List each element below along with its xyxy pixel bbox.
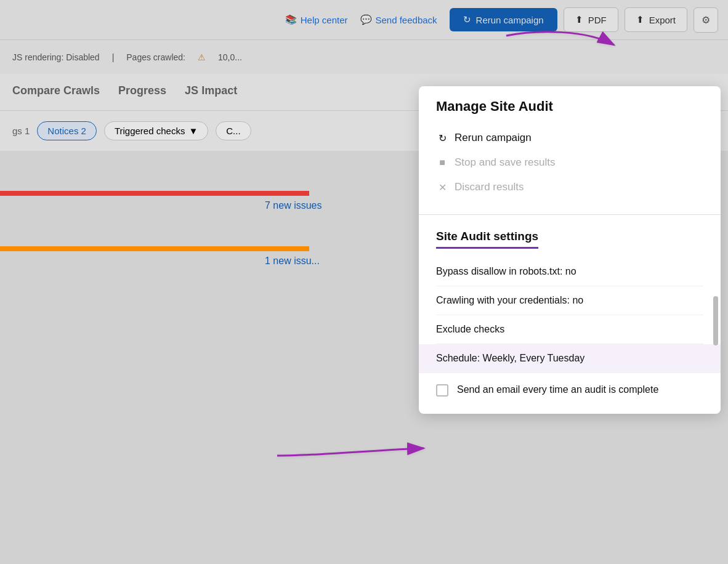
discard-results-menu-item: ✕ Discard results [436, 175, 703, 199]
rerun-menu-icon: ↻ [436, 132, 448, 144]
discard-icon: ✕ [436, 182, 448, 193]
other-filter-dropdown[interactable]: C... [216, 121, 251, 140]
dropdown-settings-section: Site Audit settings Bypass disallow in r… [419, 217, 721, 414]
new-issues-link-2[interactable]: 1 new issu... [265, 256, 320, 267]
send-feedback-link[interactable]: 💬 Send feedback [360, 14, 437, 25]
tab-progress[interactable]: Progress [118, 84, 166, 100]
crawling-credentials-item[interactable]: Crawling with your credentials: no [436, 286, 703, 315]
dropdown-actions-section: Manage Site Audit ↻ Rerun campaign ■ Sto… [419, 86, 721, 212]
rerun-icon: ↻ [463, 14, 471, 25]
bypass-disallow-item[interactable]: Bypass disallow in robots.txt: no [436, 257, 703, 286]
help-center-label: Help center [301, 15, 348, 25]
rerun-campaign-menu-item[interactable]: ↻ Rerun campaign [436, 126, 703, 150]
manage-site-audit-dropdown: Manage Site Audit ↻ Rerun campaign ■ Sto… [419, 86, 721, 414]
export-upload-icon: ⬆ [636, 14, 644, 25]
new-issues-link-1[interactable]: 7 new issues [265, 200, 322, 211]
stop-icon: ■ [436, 157, 448, 168]
orange-progress-bar [0, 246, 309, 251]
dropdown-divider [419, 214, 721, 215]
pages-crawled-label: Pages crawled: [126, 52, 185, 62]
tab-js-impact[interactable]: JS Impact [185, 84, 237, 100]
chevron-down-icon: ▼ [188, 126, 198, 136]
scrollbar-thumb [713, 296, 718, 345]
feedback-icon: 💬 [360, 14, 372, 25]
help-center-icon: 📚 [285, 14, 297, 25]
schedule-item[interactable]: Schedule: Weekly, Every Tuesday [419, 344, 721, 373]
settings-gear-button[interactable]: ⚙ [694, 7, 718, 33]
red-progress-bar [0, 191, 309, 196]
settings-section-title: Site Audit settings [436, 230, 538, 249]
separator: | [112, 52, 115, 62]
email-notification-row: Send an email every time an audit is com… [436, 373, 703, 401]
stop-save-menu-item: ■ Stop and save results [436, 150, 703, 175]
warning-icon: ⚠ [198, 52, 206, 62]
tab-compare-crawls[interactable]: Compare Crawls [12, 84, 100, 100]
email-notification-label: Send an email every time an audit is com… [457, 383, 658, 397]
email-notification-checkbox[interactable] [436, 384, 448, 397]
pages-count: 10,0... [218, 52, 242, 62]
triggered-checks-dropdown[interactable]: Triggered checks ▼ [104, 121, 208, 140]
dropdown-scrollbar[interactable] [713, 217, 718, 414]
filter-prefix: gs 1 [12, 126, 30, 136]
js-rendering-label: JS rendering: Disabled [12, 52, 100, 62]
gear-icon: ⚙ [702, 15, 710, 25]
export-button[interactable]: ⬆ Export [625, 7, 687, 32]
notices-filter-badge[interactable]: Notices 2 [37, 121, 97, 140]
dropdown-title: Manage Site Audit [436, 99, 703, 115]
help-center-link[interactable]: 📚 Help center [285, 14, 348, 25]
arrow-to-schedule [271, 425, 431, 477]
send-feedback-label: Send feedback [376, 15, 437, 25]
exclude-checks-item[interactable]: Exclude checks [436, 315, 703, 344]
arrow-to-gear [500, 23, 623, 75]
